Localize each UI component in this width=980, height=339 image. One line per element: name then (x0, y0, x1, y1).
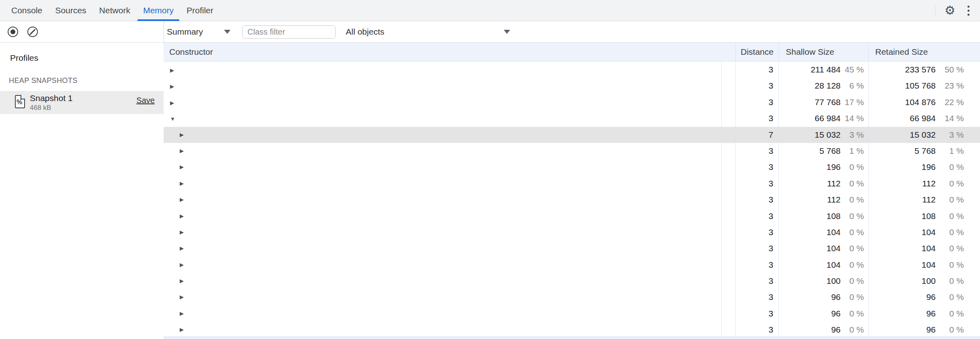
table-row[interactable]: ▶"Torque assert 'Is<NativeContext>(conte… (164, 322, 980, 338)
retained-size-cell: 233 576 (868, 62, 936, 78)
tab-network[interactable]: Network (93, 0, 136, 21)
snapshot-item[interactable]: % Snapshot 1 468 kB Save (0, 91, 164, 114)
shallow-size-cell: 104 (779, 224, 841, 240)
column-divider[interactable] (868, 43, 869, 336)
shallow-size-percent: 0 % (841, 306, 868, 322)
expand-arrow-icon[interactable]: ▶ (180, 289, 187, 305)
table-row[interactable]: ▶(closure)×982328 1286 %105 76823 % (164, 78, 980, 94)
table-row[interactable]: ▶"Torque assert 'remainingElementsCount … (164, 289, 980, 305)
expand-arrow-icon[interactable]: ▶ (180, 322, 187, 338)
horizontal-scrollbar-track[interactable] (164, 336, 980, 339)
table-row[interactable]: ▼(string)×1840366 98414 %66 98414 % (164, 110, 980, 126)
shallow-size-cell: 66 984 (779, 110, 841, 126)
table-row[interactable]: ▶"TaggedNotEqual(key, HashTableHoleConst… (164, 192, 980, 208)
table-row[interactable]: ▶"Torque assert 'Is<NativeContext>(conte… (164, 273, 980, 289)
class-filter-input[interactable] (242, 25, 336, 39)
distance-cell: 3 (735, 176, 779, 192)
expand-arrow-icon[interactable]: ▶ (170, 62, 178, 78)
object-filter-select[interactable]: All objects (346, 21, 384, 42)
shallow-size-percent: 0 % (841, 289, 868, 305)
shallow-size-cell: 96 (779, 322, 841, 338)
heap-snapshot-grid: Constructor Distance Shallow Size Retain… (164, 43, 980, 339)
tab-memory[interactable]: Memory (137, 0, 180, 21)
retained-size-percent: 0 % (936, 208, 964, 224)
snapshot-name: Snapshot 1 (30, 93, 73, 103)
clear-profiles-icon[interactable] (27, 27, 38, 37)
constructor-cell: ▶"Torque assert 'Is<NativeContext>(conte… (164, 273, 735, 289)
expand-arrow-icon[interactable]: ▶ (180, 208, 187, 224)
distance-cell: 3 (735, 159, 779, 175)
table-row[interactable]: ▶(compiled code)×35203211 48445 %233 576… (164, 62, 980, 78)
distance-cell: 3 (735, 62, 779, 78)
expand-arrow-icon[interactable]: ▶ (180, 257, 187, 273)
column-header-distance[interactable]: Distance (741, 43, 774, 62)
save-snapshot-link[interactable]: Save (136, 96, 155, 105)
expand-arrow-icon[interactable]: ▶ (180, 176, 187, 192)
constructor-cell: ▶"Torque assert 'remainingElementsCount … (164, 176, 735, 192)
column-header-shallow-size[interactable]: Shallow Size (786, 43, 834, 62)
retained-size-percent: 1 % (936, 143, 964, 159)
constructor-cell: ▶"Torque assert 'Is<NativeContext>(conte… (164, 322, 735, 338)
retained-size-percent: 0 % (936, 257, 964, 273)
chevron-down-icon[interactable] (224, 30, 230, 34)
table-row[interactable]: ▶"Torque assert 'value != PromiseHole' f… (164, 240, 980, 256)
table-row[interactable]: ▶"Torque assert 'Is<NativeContext>(conte… (164, 224, 980, 240)
expand-arrow-icon[interactable]: ▶ (170, 95, 178, 110)
distance-cell: 3 (735, 224, 779, 240)
retained-size-cell: 96 (868, 306, 936, 322)
more-options-icon[interactable] (966, 4, 971, 17)
tab-console[interactable]: Console (5, 0, 48, 21)
retained-size-cell: 15 032 (868, 127, 936, 143)
settings-gear-icon[interactable]: ⚙ (945, 4, 955, 17)
column-header-constructor[interactable]: Constructor (169, 43, 213, 62)
retained-size-cell: 66 984 (868, 110, 936, 126)
expand-arrow-icon[interactable]: ▶ (170, 79, 178, 94)
column-header-retained-size[interactable]: Retained Size (875, 43, 928, 62)
chevron-down-icon[interactable] (504, 30, 510, 34)
expand-arrow-icon[interactable]: ▶ (180, 127, 187, 143)
devtools-memory-panel: Console Sources Network Memory Profiler … (0, 0, 980, 339)
table-row[interactable]: ▶"TaggedNotEqual(value, TheHoleConstant(… (164, 208, 980, 224)
column-divider[interactable] (779, 43, 779, 336)
table-row[interactable]: ▶"Hello world! (Requested at: 2024-08-19… (164, 127, 980, 143)
shallow-size-percent: 0 % (841, 192, 868, 208)
expand-arrow-icon[interactable]: ▶ (180, 224, 187, 240)
retained-size-cell: 5 768 (868, 143, 936, 159)
table-row[interactable]: ▶(system)×3817377 76817 %104 87622 % (164, 94, 980, 110)
expand-arrow-icon[interactable]: ▶ (180, 240, 187, 256)
tab-profiler[interactable]: Profiler (181, 0, 220, 21)
constructor-cell: ▶"TaggedNotEqual(value, TheHoleConstant(… (164, 208, 735, 224)
distance-cell: 3 (735, 94, 779, 110)
retained-size-cell: 104 (868, 257, 936, 273)
retained-size-percent: 0 % (936, 176, 964, 192)
toolbar-divider (935, 5, 936, 16)
distance-cell: 3 (735, 257, 779, 273)
shallow-size-cell: 108 (779, 208, 841, 224)
shallow-size-percent: 3 % (841, 127, 868, 143)
snapshot-size: 468 kB (30, 104, 51, 112)
expand-arrow-icon[interactable]: ▶ (180, 273, 187, 289)
tab-sources[interactable]: Sources (49, 0, 92, 21)
constructor-cell: ▶"TaggedNotEqual(key, TheHoleConstant())… (164, 257, 735, 273)
retained-size-percent: 0 % (936, 306, 964, 322)
expand-arrow-icon[interactable]: ▶ (180, 143, 187, 159)
distance-cell: 3 (735, 240, 779, 256)
table-row[interactable]: ▶"Torque assert 'result == kStoreSuccede… (164, 306, 980, 322)
table-row[interactable]: ▶"TaggedNotEqual(key, TheHoleConstant())… (164, 257, 980, 273)
retained-size-cell: 112 (868, 176, 936, 192)
retained-size-cell: 104 876 (868, 94, 936, 110)
shallow-size-percent: 0 % (841, 208, 868, 224)
table-row[interactable]: ▶"Torque assert 'Convert<uintptr>(endInd… (164, 159, 980, 175)
expand-arrow-icon[interactable]: ▼ (170, 111, 178, 126)
expand-arrow-icon[interactable]: ▶ (180, 159, 187, 175)
expand-arrow-icon[interactable]: ▶ (180, 306, 187, 322)
expand-arrow-icon[interactable]: ▶ (180, 192, 187, 208)
column-divider[interactable] (735, 43, 736, 336)
table-row[interactable]: ▶"// .wrangler/tmp/bundle-FmNIt0/checked… (164, 143, 980, 159)
shallow-size-cell: 96 (779, 306, 841, 322)
sidebar-title: Profiles (10, 53, 38, 63)
retained-size-percent: 0 % (936, 224, 964, 240)
table-row[interactable]: ▶"Torque assert 'remainingElementsCount … (164, 176, 980, 192)
take-snapshot-icon[interactable] (8, 27, 18, 37)
view-mode-select[interactable]: Summary (167, 21, 203, 42)
